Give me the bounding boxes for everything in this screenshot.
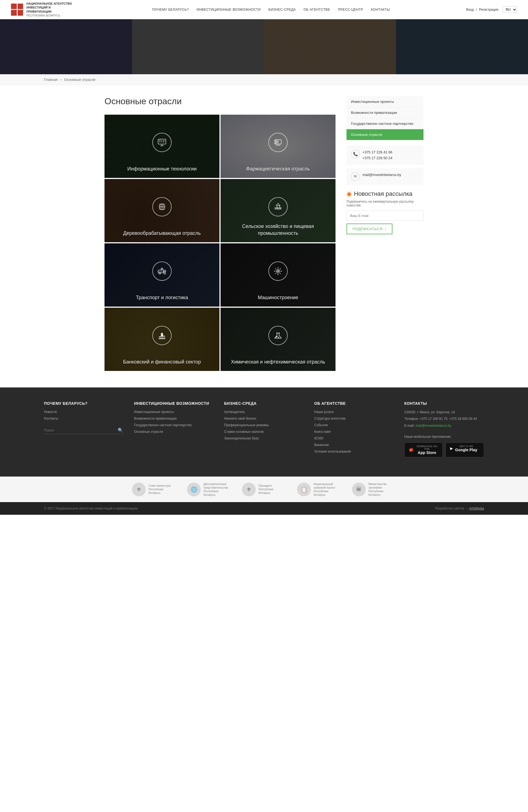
partner-text-3: Национальный правовой портал Республики … bbox=[314, 482, 341, 497]
pharma-icon-svg bbox=[273, 137, 283, 147]
nav-item-3[interactable]: ОБ АГЕНТСТВЕ bbox=[300, 5, 334, 14]
sector-overlay-machine: Машиностроение bbox=[220, 243, 336, 307]
footer-about-link-6[interactable]: Условия использования bbox=[314, 449, 394, 454]
subscribe-button[interactable]: ПОДПИСАТЬСЯ › bbox=[346, 223, 393, 234]
footer-col-why-links: Новости Контакты bbox=[44, 409, 123, 421]
appstore-button[interactable]: 🍎 Download on the App Store bbox=[404, 443, 443, 457]
nav-item-0[interactable]: ПОЧЕМУ БЕЛАРУСЬ? bbox=[148, 5, 193, 14]
sector-label-wood: Деревообрабатывающая отрасль bbox=[123, 230, 201, 237]
subscribe-label: ПОДПИСАТЬСЯ bbox=[353, 227, 383, 231]
footer-email-link[interactable]: mail@investinbelarus.by bbox=[415, 424, 451, 427]
nav-item-5[interactable]: КОНТАКТЫ bbox=[367, 5, 394, 14]
googleplay-button[interactable]: ▶ GET IT ON Google Play bbox=[445, 443, 484, 457]
footer-search-input[interactable] bbox=[44, 426, 123, 434]
googleplay-icon: ▶ bbox=[450, 446, 453, 450]
language-select[interactable]: RU EN bbox=[503, 6, 517, 13]
sidebar-item-investment-projects[interactable]: Инвестиционные проекты bbox=[346, 96, 424, 107]
footer-invest-link-1[interactable]: Возможности приватизации bbox=[134, 416, 213, 421]
sector-icon-chem bbox=[268, 326, 288, 345]
footer-about-link-2[interactable]: События bbox=[314, 423, 394, 427]
svg-point-9 bbox=[275, 141, 276, 141]
footer-invest-link-3[interactable]: Основные отрасли bbox=[134, 429, 213, 434]
sidebar-link-privatization[interactable]: Возможности приватизации bbox=[346, 107, 424, 118]
svg-point-39 bbox=[278, 337, 279, 338]
footer-biz-link-3[interactable]: Ставки основных налогов bbox=[224, 429, 303, 434]
subscribe-arrow: › bbox=[385, 227, 386, 231]
sector-card-pharma[interactable]: Фармацевтическая отрасль bbox=[220, 115, 336, 178]
sidebar-item-partnership[interactable]: Государственно-частное партнерство bbox=[346, 118, 424, 129]
sidebar-item-sectors[interactable]: Основные отрасли bbox=[346, 129, 424, 140]
nav-item-1[interactable]: ИНВЕСТИЦИОННЫЕ ВОЗМОЖНОСТИ bbox=[193, 5, 265, 14]
nav-item-4[interactable]: ПРЕСС-ЦЕНТР bbox=[334, 5, 367, 14]
sector-card-chem[interactable]: Химическая и нефтехимическая отрасль bbox=[220, 308, 336, 371]
mobile-apps-section: Наше мобильное приложение: 🍎 Download on… bbox=[404, 434, 484, 457]
footer-biz-link-4[interactable]: Законодательная база bbox=[224, 436, 303, 441]
footer-about-link-3[interactable]: Книга памт bbox=[314, 429, 394, 434]
login-reg: Вход / Регистрация bbox=[466, 8, 498, 12]
newsletter-heading: Новостная рассылка bbox=[354, 190, 413, 198]
googleplay-name: Google Play bbox=[455, 448, 477, 452]
logo-area: НАЦИОНАЛЬНОЕ АГЕНТСТВО ИНВЕСТИЦИЙ И ПРИВ… bbox=[11, 2, 76, 17]
footer-about-link-0[interactable]: Наши услуги bbox=[314, 409, 394, 415]
footer-col-invest: Инвестиционные возможности Инвестиционны… bbox=[134, 401, 213, 457]
appstore-sub: Download on the bbox=[416, 445, 438, 450]
footer-invest-link-0[interactable]: Инвестиционные проекты bbox=[134, 409, 213, 415]
sector-card-transport[interactable]: Транспорт и логистика bbox=[104, 243, 219, 307]
sector-icon-transport bbox=[152, 261, 172, 281]
sector-card-bank[interactable]: $ Банковский и финансовый сектор bbox=[104, 308, 219, 371]
appstore-name: App Store bbox=[416, 450, 438, 455]
partner-seal-3: 📋 bbox=[297, 482, 311, 496]
partner-1[interactable]: 🌐 Дипломатические представительства Респ… bbox=[187, 482, 231, 497]
dev-link[interactable]: ArtsMedia bbox=[469, 507, 484, 510]
nav-item-2[interactable]: БИЗНЕС-СРЕДА bbox=[265, 5, 300, 14]
svg-point-30 bbox=[277, 271, 279, 272]
newsletter-email-input[interactable] bbox=[346, 211, 424, 221]
login-link[interactable]: Вход bbox=[466, 8, 473, 12]
sector-icon-pharma bbox=[268, 133, 288, 152]
rss-icon: ◉ bbox=[346, 190, 352, 198]
footer-biz-link-1[interactable]: Начните свой бизнес bbox=[224, 416, 303, 421]
footer-invest-link-2[interactable]: Государственно-частное партнерство bbox=[134, 423, 213, 427]
page-title: Основные отрасли bbox=[104, 96, 336, 106]
sidebar-link-investment-projects[interactable]: Инвестиционные проекты bbox=[346, 96, 424, 107]
footer-col-biz-links: путеводитель Начните свой бизнес Префере… bbox=[224, 409, 303, 441]
footer-phone-label: Телефон: +375 17 200 81 75, +375 29 690 … bbox=[404, 416, 484, 422]
register-link[interactable]: Регистрация bbox=[479, 8, 498, 12]
svg-point-38 bbox=[276, 336, 277, 337]
wood-icon-svg bbox=[157, 202, 167, 212]
partner-seal-0: ⚜ bbox=[132, 482, 146, 496]
sector-card-wood[interactable]: Деревообрабатывающая отрасль bbox=[104, 179, 219, 242]
svg-rect-35 bbox=[163, 336, 165, 339]
footer-about-link-4[interactable]: КСИИ bbox=[314, 436, 394, 441]
content-area: Основные отрасли bbox=[104, 96, 336, 371]
footer-col-about-title: Об агентстве bbox=[314, 401, 394, 406]
sector-card-agro[interactable]: Сельское хозяйство и пищевая промышленно… bbox=[220, 179, 336, 242]
breadcrumb-home[interactable]: Главная bbox=[44, 77, 57, 82]
bottom-bar: © 2017 Национальное агентство инвестиций… bbox=[0, 502, 528, 515]
partner-text-1: Дипломатические представительства Респуб… bbox=[203, 482, 231, 497]
sector-overlay-chem: Химическая и нефтехимическая отрасль bbox=[220, 308, 336, 371]
sector-card-it[interactable]: Информационные технологии bbox=[104, 115, 219, 178]
dev-credit: Разработка сайтов — ArtsMedia bbox=[435, 507, 484, 510]
sector-card-machine[interactable]: Машиностроение bbox=[220, 243, 336, 307]
footer-link-news[interactable]: Новости bbox=[44, 409, 123, 415]
footer-biz-link-0[interactable]: путеводитель bbox=[224, 409, 303, 415]
site-subname: РЕСПУБЛИКА БЕЛАРУСЬ bbox=[26, 14, 60, 17]
partner-4[interactable]: 🏛 Министерство экономики Республики Бела… bbox=[352, 482, 396, 497]
newsletter-title-area: ◉ Новостная рассылка bbox=[346, 190, 424, 198]
footer-about-link-5[interactable]: Вакансии bbox=[314, 443, 394, 447]
footer-col-contact: Контакты 220030, г. Минск, ул. Берсона, … bbox=[404, 401, 484, 457]
sidebar-link-partnership[interactable]: Государственно-частное партнерство bbox=[346, 118, 424, 129]
partner-2[interactable]: ⚜ Президент Республики Беларусь bbox=[242, 482, 286, 496]
partner-3[interactable]: 📋 Национальный правовой портал Республик… bbox=[297, 482, 341, 497]
footer-link-contacts[interactable]: Контакты bbox=[44, 416, 123, 421]
footer-col-about: Об агентстве Наши услуги Структура агент… bbox=[314, 401, 394, 457]
footer-biz-link-2[interactable]: Преференциальные режимы bbox=[224, 423, 303, 427]
sidebar-link-sectors[interactable]: Основные отрасли bbox=[346, 129, 424, 140]
footer-search-button[interactable]: 🔍 bbox=[118, 427, 123, 433]
footer-about-link-1[interactable]: Структура агентства bbox=[314, 416, 394, 421]
app-buttons: 🍎 Download on the App Store ▶ GET IT ON bbox=[404, 443, 484, 457]
sidebar-item-privatization[interactable]: Возможности приватизации bbox=[346, 107, 424, 118]
logo-text: НАЦИОНАЛЬНОЕ АГЕНТСТВО ИНВЕСТИЦИЙ И ПРИВ… bbox=[26, 2, 76, 17]
partner-0[interactable]: ⚜ Совет министров Республики Беларусь bbox=[132, 482, 176, 496]
